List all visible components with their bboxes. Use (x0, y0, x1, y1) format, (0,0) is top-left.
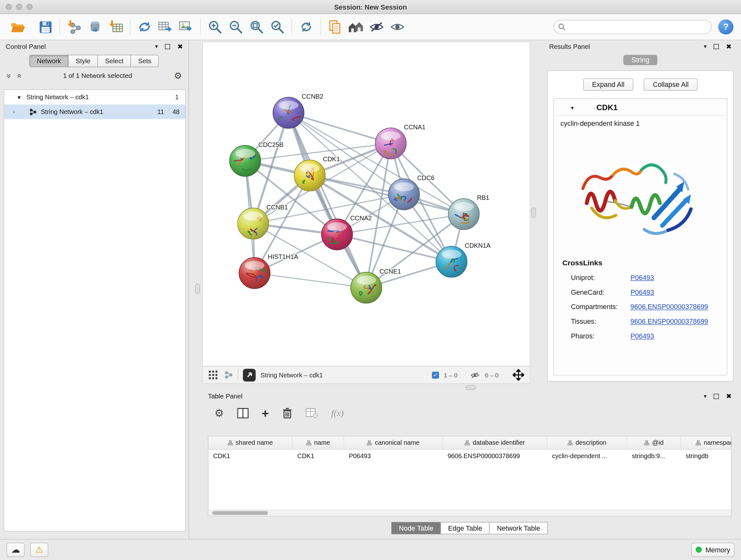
table-cell[interactable]: stringdb:9... (627, 449, 681, 462)
table-cell[interactable]: 9606.ENSP00000378699 (443, 449, 547, 462)
close-panel-icon[interactable]: ✖ (726, 393, 731, 400)
export-image-button[interactable] (176, 17, 197, 37)
refresh-icon (299, 20, 313, 34)
grid-view-icon[interactable] (208, 370, 218, 380)
memory-button[interactable]: Memory (691, 543, 734, 557)
crosslink-link[interactable]: 9606.ENSP00000378699 (630, 303, 708, 310)
scrollbar-thumb[interactable] (212, 511, 268, 515)
zoom-out-icon (229, 20, 243, 34)
chevron-down-icon[interactable]: ▾ (571, 105, 574, 111)
float-panel-icon[interactable] (714, 394, 719, 399)
warnings-button[interactable]: ⚠ (30, 543, 48, 557)
chevron-down-icon[interactable]: ▾ (155, 44, 158, 49)
table-cell[interactable]: CDK1 (208, 449, 293, 462)
network-edge[interactable] (288, 113, 391, 143)
search-input[interactable] (553, 20, 712, 34)
crosslink-link[interactable]: 9606.ENSP00000378699 (630, 317, 708, 325)
table-tab-network-table[interactable]: Network Table (489, 522, 548, 535)
network-collection-row[interactable]: ▼ String Network – cdk1 1 (4, 90, 185, 105)
table-cell[interactable]: P06493 (344, 449, 443, 462)
tab-string[interactable]: String (623, 55, 657, 65)
expand-all-button[interactable]: Expand All (583, 78, 633, 91)
horizontal-scrollbar[interactable] (208, 509, 731, 516)
add-column-icon[interactable]: + (262, 407, 269, 420)
network-edge[interactable] (288, 113, 366, 288)
column-header-database-identifier[interactable]: database identifier (443, 436, 547, 449)
control-tab-select[interactable]: Select (97, 55, 131, 67)
table-settings-gear-icon[interactable]: ⚙ (214, 408, 224, 419)
delete-column-trash-icon[interactable] (282, 408, 293, 419)
help-button[interactable]: ? (718, 19, 733, 35)
import-network-button[interactable] (64, 17, 84, 37)
zoom-in-button[interactable] (205, 17, 225, 37)
bottom-splitter-handle[interactable] (466, 385, 476, 390)
table-cell[interactable]: cyclin-dependent ... (547, 449, 627, 462)
chevron-down-icon[interactable]: ▾ (704, 44, 706, 49)
control-tab-network[interactable]: Network (29, 55, 68, 67)
network-edge[interactable] (255, 273, 366, 288)
clone-network-button[interactable] (134, 17, 155, 37)
column-header-name[interactable]: name (293, 436, 344, 449)
crosslink-link[interactable]: P06493 (630, 332, 654, 340)
table-row[interactable]: CDK1CDK1P064939606.ENSP00000378699cyclin… (208, 449, 731, 462)
pan-move-icon[interactable] (513, 369, 524, 381)
network-canvas[interactable]: CCNB2CCNA1CDC25BCDK1CDC6RB1CCNB1CCNA2CDK… (203, 42, 530, 366)
zoom-fit-button[interactable] (246, 17, 267, 37)
show-details-button[interactable] (387, 17, 408, 37)
control-tab-style[interactable]: Style (68, 55, 98, 67)
delete-table-icon[interactable] (306, 408, 318, 419)
table-cell[interactable]: CDK1 (293, 449, 344, 462)
zoom-window-button[interactable] (26, 4, 32, 10)
table-body: CDK1CDK1P064939606.ENSP00000378699cyclin… (208, 449, 731, 462)
expander-icon[interactable]: ▼ (17, 94, 22, 100)
column-header-description[interactable]: description (547, 436, 627, 449)
homes-icon (348, 20, 364, 34)
left-splitter-handle[interactable] (195, 284, 200, 294)
close-panel-icon[interactable]: ✖ (178, 43, 183, 50)
close-panel-icon[interactable]: ✖ (726, 43, 731, 50)
import-table-button[interactable] (105, 17, 126, 37)
control-tab-sets[interactable]: Sets (131, 55, 159, 67)
eye-slash-icon (369, 21, 384, 33)
copy-button[interactable] (325, 17, 345, 37)
close-window-button[interactable] (6, 4, 12, 10)
gear-icon[interactable]: ⚙ (174, 71, 182, 80)
column-header-namespace[interactable]: namespace (681, 436, 731, 449)
table-tab-node-table[interactable]: Node Table (391, 522, 441, 535)
chevron-down-icon[interactable]: ▾ (704, 393, 706, 399)
collapse-all-icon[interactable]: » (5, 73, 13, 78)
function-builder-icon[interactable]: f(x) (331, 408, 344, 419)
minimize-window-button[interactable] (16, 4, 22, 10)
crosslink-link[interactable]: P06493 (630, 273, 654, 281)
protein-section-header[interactable]: ▾ CDK1 (554, 99, 727, 116)
save-session-button[interactable] (35, 17, 56, 37)
table-cell[interactable]: stringdb (681, 449, 731, 462)
zoom-selected-button[interactable] (267, 17, 288, 37)
float-panel-icon[interactable] (714, 44, 719, 49)
collapse-all-button[interactable]: Collapse All (644, 78, 697, 91)
table-tab-edge-table[interactable]: Edge Table (441, 522, 489, 535)
column-header-shared-name[interactable]: shared name (208, 436, 293, 449)
network-view-icon[interactable] (224, 371, 233, 379)
import-database-button[interactable] (84, 17, 105, 37)
select-columns-icon[interactable] (237, 408, 249, 419)
network-row-selected[interactable]: ● String Network – cdk1 11 48 (4, 105, 185, 119)
crosslink-link[interactable]: P06493 (630, 288, 654, 296)
refresh-button[interactable] (296, 17, 317, 37)
column-header-canonical-name[interactable]: canonical name (344, 436, 443, 449)
home-layout-button[interactable] (346, 17, 366, 37)
hide-details-button[interactable] (366, 17, 387, 37)
hidden-eye-slash-icon[interactable] (470, 371, 480, 378)
right-splitter-handle[interactable] (531, 207, 536, 218)
zoom-out-button[interactable] (225, 17, 246, 37)
column-header-@id[interactable]: @id (627, 436, 681, 449)
protein-structure-image (569, 130, 711, 257)
expand-all-icon[interactable]: » (15, 73, 23, 78)
export-table-button[interactable] (155, 17, 176, 37)
float-panel-icon[interactable] (165, 44, 170, 49)
cloud-status-button[interactable]: ☁ (7, 543, 24, 557)
network-view: CCNB2CCNA1CDC25BCDK1CDC6RB1CCNB1CCNA2CDK… (202, 42, 530, 384)
selected-checkbox-icon[interactable]: ✓ (432, 371, 439, 378)
open-session-button[interactable] (8, 17, 28, 37)
birdseye-view-button[interactable] (243, 368, 256, 381)
